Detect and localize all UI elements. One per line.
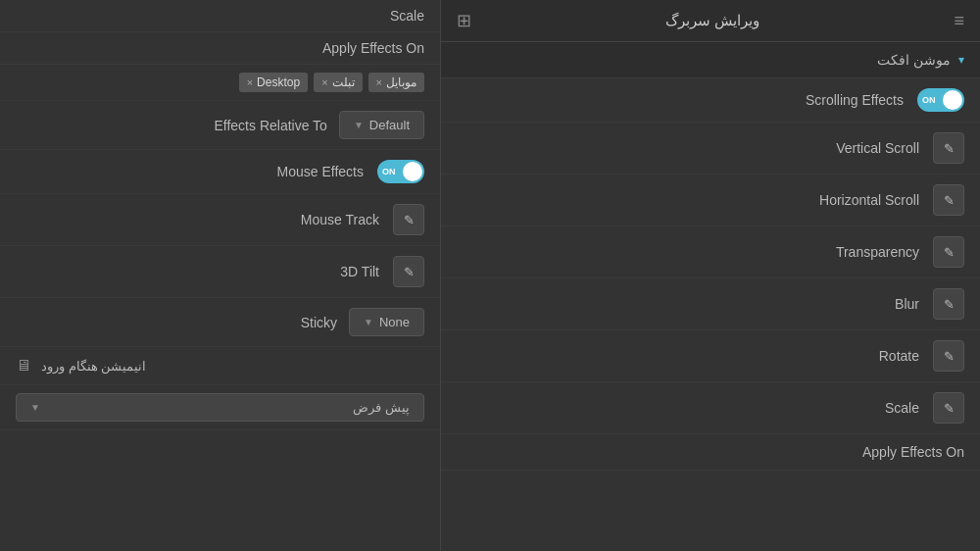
tilt-3d-label: 3D Tilt xyxy=(340,264,379,279)
scrolling-effects-toggle[interactable]: ON xyxy=(917,88,964,112)
rotate-label: Rotate xyxy=(879,348,919,364)
scale-label: Scale xyxy=(390,8,424,24)
effects-relative-label: Effects Relative To xyxy=(214,118,326,133)
horizontal-scroll-edit-button[interactable]: ✎ xyxy=(933,184,964,216)
mouse-track-label: Mouse Track xyxy=(301,212,379,227)
right-panel: ⊞ ویرایش سربرگ ≡ موشن افکت ▾ Scrolling E… xyxy=(441,0,980,551)
none-dropdown-arrow: ▼ xyxy=(364,317,373,327)
preset-label: پیش فرض xyxy=(353,400,410,415)
toggle-on-text: ON xyxy=(382,167,396,176)
sticky-row: Sticky ▼ None xyxy=(0,298,440,347)
monitor-icon: 🖥 xyxy=(16,357,31,375)
header-title: ویرایش سربرگ xyxy=(665,12,760,29)
none-dropdown-label: None xyxy=(379,315,410,329)
tag-tablet-x[interactable]: × xyxy=(321,76,327,88)
scrolling-effects-row: Scrolling Effects ON xyxy=(441,78,980,123)
scale-row: Scale xyxy=(0,0,440,32)
right-apply-effects-row: Apply Effects On xyxy=(441,434,980,471)
tag-desktop-label: Desktop xyxy=(257,75,300,89)
tag-mobile-x[interactable]: × xyxy=(376,76,382,88)
mouse-track-row: Mouse Track ✎ xyxy=(0,194,440,246)
tilt-3d-edit-icon: ✎ xyxy=(404,265,415,279)
preset-dropdown-arrow: ▼ xyxy=(30,402,40,413)
scrolling-toggle-on-text: ON xyxy=(922,95,936,105)
rotate-edit-button[interactable]: ✎ xyxy=(933,340,964,372)
left-panel: Scale Apply Effects On × Desktop × تبلت … xyxy=(0,0,441,551)
mouse-effects-label: Mouse Effects xyxy=(277,164,364,179)
preset-row: پیش فرض ▼ xyxy=(0,385,440,430)
none-dropdown[interactable]: ▼ None xyxy=(349,308,424,336)
tag-tablet-label: تبلت xyxy=(332,75,355,89)
vertical-scroll-label: Vertical Scroll xyxy=(836,140,919,156)
mouse-effects-row: Mouse Effects ON xyxy=(0,150,440,194)
rotate-edit-icon: ✎ xyxy=(944,349,955,364)
preset-dropdown[interactable]: پیش فرض ▼ xyxy=(16,393,424,422)
tags-row: × Desktop × تبلت × موبایل xyxy=(0,65,440,101)
transparency-label: Transparency xyxy=(836,244,919,260)
tilt-3d-row: 3D Tilt ✎ xyxy=(0,246,440,298)
mouse-effects-toggle[interactable]: ON xyxy=(377,160,424,183)
toggle-knob xyxy=(403,162,422,181)
transparency-row: Transparency ✎ xyxy=(441,226,980,278)
tag-desktop[interactable]: × Desktop xyxy=(239,73,308,92)
rotate-row: Rotate ✎ xyxy=(441,330,980,382)
tag-desktop-x[interactable]: × xyxy=(247,76,253,88)
vertical-scroll-edit-icon: ✎ xyxy=(944,141,955,156)
horizontal-scroll-row: Horizontal Scroll ✎ xyxy=(441,175,980,226)
section-chevron-icon: ▾ xyxy=(958,53,964,67)
blur-edit-icon: ✎ xyxy=(944,297,955,312)
right-scale-row: Scale ✎ xyxy=(441,382,980,434)
blur-edit-button[interactable]: ✎ xyxy=(933,288,964,320)
right-scale-edit-button[interactable]: ✎ xyxy=(933,392,964,424)
transparency-edit-button[interactable]: ✎ xyxy=(933,236,964,268)
apply-effects-label: Apply Effects On xyxy=(322,40,424,56)
blur-label: Blur xyxy=(895,296,919,312)
tag-mobile[interactable]: × موبایل xyxy=(368,73,424,92)
right-header: ⊞ ویرایش سربرگ ≡ xyxy=(441,0,980,42)
tilt-3d-edit-button[interactable]: ✎ xyxy=(393,256,424,287)
transparency-edit-icon: ✎ xyxy=(944,245,955,260)
blur-row: Blur ✎ xyxy=(441,278,980,330)
vertical-scroll-edit-button[interactable]: ✎ xyxy=(933,132,964,164)
effects-relative-row: Effects Relative To ▼ Default xyxy=(0,101,440,150)
tag-tablet[interactable]: × تبلت xyxy=(314,73,362,92)
section-title: موشن افکت xyxy=(877,52,951,68)
scrolling-effects-label: Scrolling Effects xyxy=(806,92,904,108)
mouse-track-edit-icon: ✎ xyxy=(404,213,415,227)
sticky-label: Sticky xyxy=(301,315,337,330)
default-dropdown-label: Default xyxy=(369,118,410,132)
horizontal-scroll-edit-icon: ✎ xyxy=(944,193,955,208)
scrolling-toggle-knob xyxy=(943,90,962,110)
mouse-track-edit-button[interactable]: ✎ xyxy=(393,204,424,235)
apply-effects-row: Apply Effects On xyxy=(0,32,440,65)
menu-icon[interactable]: ≡ xyxy=(954,11,964,31)
tag-mobile-label: موبایل xyxy=(386,75,416,89)
right-apply-effects-label: Apply Effects On xyxy=(862,444,964,460)
right-scale-label: Scale xyxy=(885,400,919,416)
right-scale-edit-icon: ✎ xyxy=(944,401,955,416)
horizontal-scroll-label: Horizontal Scroll xyxy=(819,192,919,208)
vertical-scroll-row: Vertical Scroll ✎ xyxy=(441,123,980,175)
grid-icon[interactable]: ⊞ xyxy=(457,10,471,31)
animation-label: انیمیشن هنگام ورود xyxy=(41,359,146,374)
animation-row: انیمیشن هنگام ورود 🖥 xyxy=(0,347,440,385)
section-header: موشن افکت ▾ xyxy=(441,42,980,78)
default-dropdown[interactable]: ▼ Default xyxy=(339,111,424,139)
dropdown-arrow-icon: ▼ xyxy=(354,120,364,130)
